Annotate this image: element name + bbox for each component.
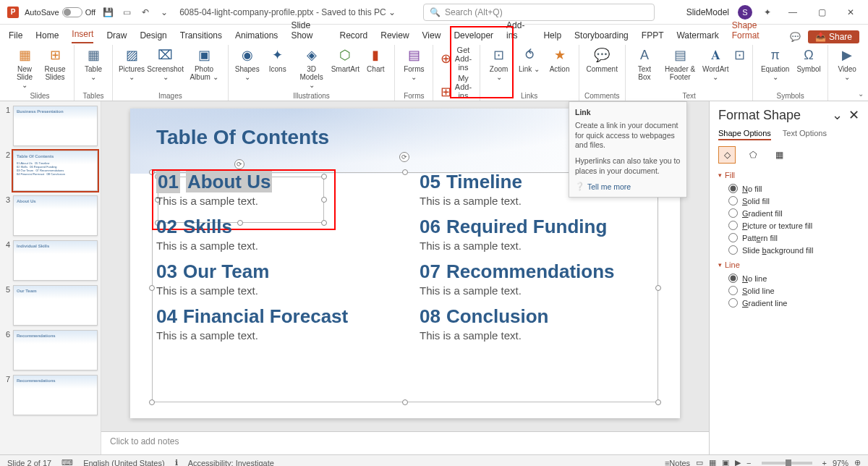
wordart-button[interactable]: 𝐀WordArt ⌄ (701, 45, 730, 82)
menu-help[interactable]: Help (543, 30, 561, 43)
menu-design[interactable]: Design (140, 30, 166, 43)
forms-button[interactable]: ▤Forms ⌄ (399, 45, 428, 82)
3dmodels-button[interactable]: ◈3D Models ⌄ (294, 45, 330, 90)
pictures-button[interactable]: ▨Pictures ⌄ (117, 45, 146, 82)
action-button[interactable]: ★Action (545, 45, 574, 75)
menu-draw[interactable]: Draw (106, 30, 127, 43)
menu-shapeformat[interactable]: Shape Format (732, 20, 777, 43)
icons-button[interactable]: ✦Icons (263, 45, 292, 75)
fill-section[interactable]: Fill (718, 171, 859, 179)
toc-item-3[interactable]: 03Our TeamThis is a sample text. (156, 260, 391, 297)
panel-expand-icon[interactable]: ⌄ (832, 108, 843, 122)
opt-solidline[interactable]: Solid line (718, 284, 859, 297)
thumbnail-2[interactable]: Table Of Contents01 About Us 05 Timeline… (13, 151, 98, 191)
present-icon[interactable]: ▭ (120, 6, 133, 19)
equation-button[interactable]: πEquation ⌄ (757, 45, 793, 82)
audio-button[interactable]: 🔊Audio ⌄ (863, 45, 868, 82)
thumbnail-4[interactable]: Individual Skills (13, 240, 98, 281)
comment-button[interactable]: 💬Comment (584, 45, 621, 75)
accessibility-icon[interactable]: ℹ (175, 458, 178, 466)
shapes-button[interactable]: ◉Shapes ⌄ (233, 45, 262, 82)
new-slide-button[interactable]: ▦New Slide ⌄ (10, 45, 39, 90)
menu-animations[interactable]: Animations (235, 30, 278, 43)
thumbnail-panel[interactable]: 1Business Presentation 2Table Of Content… (0, 101, 101, 454)
search-input[interactable]: 🔍 Search (Alt+Q) (423, 4, 655, 21)
thumbnail-7[interactable]: Recommendations (13, 375, 98, 415)
toggle-switch[interactable] (62, 7, 82, 17)
comments-icon[interactable]: 💬 (790, 32, 801, 42)
thumbnail-3[interactable]: About Us (13, 195, 98, 236)
menu-home[interactable]: Home (35, 30, 59, 43)
menu-addins[interactable]: Add-ins (506, 20, 530, 43)
opt-patternfill[interactable]: Pattern fill (718, 232, 859, 244)
video-button[interactable]: ▶Video ⌄ (833, 45, 861, 82)
tell-me-more-link[interactable]: ❔Tell me more (575, 182, 681, 191)
thumbnail-5[interactable]: Our Team (13, 285, 98, 326)
save-icon[interactable]: 💾 (101, 6, 114, 19)
close-button[interactable]: ✕ (841, 2, 861, 22)
line-section[interactable]: Line (718, 260, 859, 269)
undo-icon[interactable]: ↶ (139, 6, 152, 19)
user-avatar[interactable]: S (738, 5, 752, 20)
smartart-button[interactable]: ⬡SmartArt (331, 45, 359, 75)
opt-solidfill[interactable]: Solid fill (718, 195, 859, 207)
toc-item-6[interactable]: 06Required FundingThis is a sample text. (420, 216, 654, 252)
view-reading-icon[interactable]: ▣ (722, 458, 729, 466)
try-icon[interactable]: ✦ (761, 6, 774, 19)
fill-line-icon[interactable]: ◇ (718, 146, 736, 164)
accessibility-label[interactable]: Accessibility: Investigate (188, 459, 274, 467)
toc-item-8[interactable]: 08ConclusionThis is a sample text. (420, 305, 654, 342)
opt-slidebgfill[interactable]: Slide background fill (718, 244, 859, 256)
table-button[interactable]: ▦Table ⌄ (79, 45, 108, 82)
opt-picturefill[interactable]: Picture or texture fill (718, 219, 859, 232)
menu-fppt[interactable]: FPPT (642, 30, 664, 43)
getaddins-button[interactable]: ⊕Get Add-ins (438, 45, 475, 72)
menu-slideshow[interactable]: Slide Show (291, 20, 326, 43)
fit-button[interactable]: ⊕ (854, 458, 861, 466)
textbox-button[interactable]: AText Box (630, 45, 659, 82)
menu-view[interactable]: View (422, 30, 441, 43)
minimize-button[interactable]: — (783, 2, 803, 22)
maximize-button[interactable]: ▢ (812, 2, 832, 22)
toc-item-4[interactable]: 04Financial ForecastThis is a sample tex… (156, 305, 391, 342)
menu-insert[interactable]: Insert (72, 29, 93, 43)
panel-close-icon[interactable]: ✕ (848, 108, 859, 122)
size-icon[interactable]: ▦ (770, 146, 788, 164)
notes-area[interactable]: Click to add notes (101, 431, 709, 454)
view-slideshow-icon[interactable]: ▶ (735, 458, 741, 466)
rotate-handle-inner[interactable]: ⟳ (234, 159, 244, 169)
screenshot-button[interactable]: ⌧Screenshot ⌄ (148, 45, 183, 82)
lang-icon[interactable]: ⌨ (61, 458, 73, 466)
menu-transitions[interactable]: Transitions (180, 30, 222, 43)
tab-shape-options[interactable]: Shape Options (718, 129, 771, 140)
view-normal-icon[interactable]: ▭ (696, 458, 703, 466)
thumbnail-6[interactable]: Recommendations (13, 330, 98, 370)
menu-developer[interactable]: Developer (454, 30, 493, 43)
toc-item-2[interactable]: 02SkillsThis is a sample text. (156, 216, 391, 252)
toc-item-7[interactable]: 07RecommendationsThis is a sample text. (420, 260, 654, 297)
reuse-slides-button[interactable]: ⊞Reuse Slides (41, 45, 69, 82)
headerfooter-button[interactable]: ▤Header & Footer (660, 45, 699, 82)
zoom-out-button[interactable]: − (746, 459, 751, 467)
view-sorter-icon[interactable]: ▦ (709, 458, 716, 466)
share-button[interactable]: 📤Share (808, 30, 859, 43)
opt-gradientfill[interactable]: Gradient fill (718, 207, 859, 219)
opt-gradientline[interactable]: Gradient line (718, 297, 859, 309)
symbol-button[interactable]: ΩSymbol (794, 45, 823, 75)
tab-text-options[interactable]: Text Options (783, 129, 827, 140)
rotate-handle[interactable]: ⟳ (399, 152, 409, 162)
zoom-button[interactable]: ⊡Zoom ⌄ (485, 45, 514, 82)
effects-icon[interactable]: ⬠ (744, 146, 762, 164)
menu-watermark[interactable]: Watermark (676, 30, 718, 43)
menu-storyboarding[interactable]: Storyboarding (574, 30, 629, 43)
link-button[interactable]: ⥀Link ⌄ (515, 45, 544, 75)
photoalbum-button[interactable]: ▣Photo Album ⌄ (184, 45, 223, 82)
zoom-slider[interactable] (762, 462, 812, 465)
opt-noline[interactable]: No line (718, 272, 859, 284)
autosave-toggle[interactable]: AutoSave Off (25, 7, 95, 17)
opt-nofill[interactable]: No fill (718, 182, 859, 195)
zoom-label[interactable]: 97% (833, 459, 848, 467)
notes-button[interactable]: ≡Notes (665, 459, 690, 467)
more-icon[interactable]: ⌄ (158, 6, 171, 19)
language-label[interactable]: English (United States) (83, 459, 165, 467)
